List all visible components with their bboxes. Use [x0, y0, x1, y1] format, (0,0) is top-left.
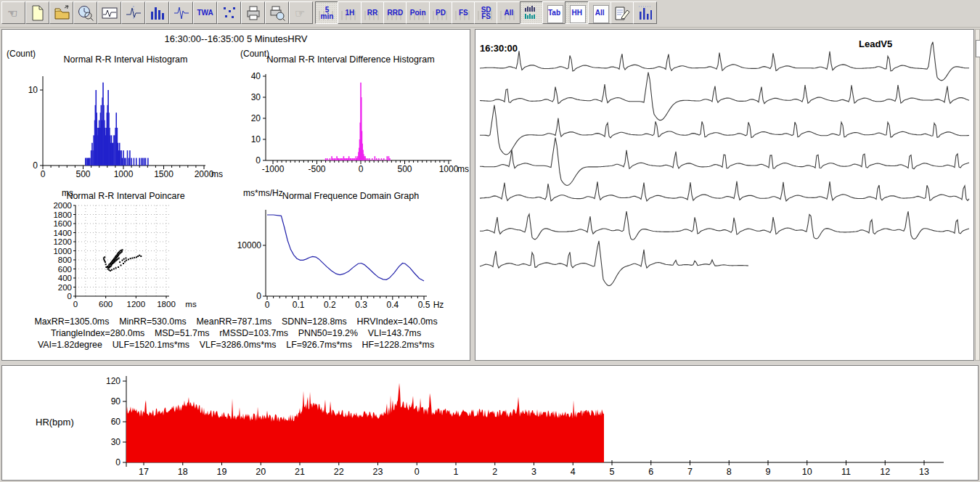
- toolbar-button-print-icon[interactable]: [241, 1, 265, 24]
- view-button-all[interactable]: All: [588, 1, 612, 24]
- svg-text:1800: 1800: [53, 211, 72, 219]
- toolbar-button-open-file-icon[interactable]: [49, 1, 73, 24]
- toolbar-button-beat-template-icon[interactable]: [121, 1, 145, 24]
- svg-text:ms: ms: [211, 169, 223, 179]
- svg-text:3: 3: [531, 467, 536, 477]
- svg-text:500: 500: [397, 164, 412, 174]
- hrv-application-window: ☜TWA☞5 min1HRRRRDPoinPDFSSD FSAllTabHHAl…: [0, 0, 980, 482]
- view-button-tab[interactable]: Tab: [542, 1, 566, 24]
- toolbar-button-clock-search-icon[interactable]: [73, 1, 97, 24]
- svg-text:0: 0: [115, 457, 121, 467]
- toolbar-button-new-file-icon[interactable]: [25, 1, 49, 24]
- button-label: PD: [436, 9, 446, 16]
- svg-text:600: 600: [58, 265, 72, 274]
- svg-text:22: 22: [334, 467, 344, 477]
- svg-text:21: 21: [295, 467, 305, 477]
- view-button-rr[interactable]: RR: [361, 1, 385, 24]
- new-file-icon: [29, 4, 46, 22]
- toolbar-button-twa[interactable]: TWA: [193, 1, 217, 24]
- svg-text:0: 0: [256, 155, 261, 166]
- svg-text:400: 400: [58, 274, 72, 282]
- svg-text:1: 1: [454, 467, 459, 477]
- svg-text:-500: -500: [308, 164, 325, 174]
- hrv-statistics: MaxRR=1305.0ms MinRR=530.0ms MeanRR=787.…: [2, 316, 470, 351]
- svg-text:0.5: 0.5: [418, 300, 430, 310]
- view-button-teal-histogram-icon[interactable]: [520, 1, 544, 24]
- view-button-report-edit-icon[interactable]: [611, 1, 634, 24]
- svg-text:0: 0: [33, 160, 38, 171]
- toolbar-button-qrs-wave-icon[interactable]: [169, 1, 193, 24]
- button-label: Poin: [410, 9, 426, 16]
- ecg-scrollbar-thumb[interactable]: [976, 40, 980, 57]
- svg-text:0.1: 0.1: [293, 300, 305, 310]
- hrv-header: 16:30:00--16:35:00 5 MinutesHRV: [2, 33, 470, 44]
- view-button-rrd[interactable]: RRD: [383, 1, 407, 24]
- svg-text:20: 20: [251, 113, 261, 123]
- rr-interval-difference-histogram-chart: -1000-50005001000ms010203040: [245, 70, 471, 192]
- rr-histogram-title: Normal R-R Interval Histogram: [42, 54, 209, 65]
- svg-text:30: 30: [251, 92, 261, 102]
- view-button-5min[interactable]: 5 min: [315, 1, 339, 24]
- qrs-wave-icon: [173, 4, 190, 22]
- svg-text:ms: ms: [457, 164, 469, 174]
- svg-text:120: 120: [106, 376, 121, 386]
- toolbar-button-select-hand-icon[interactable]: ☜: [1, 1, 25, 24]
- svg-text:1600: 1600: [53, 219, 72, 228]
- svg-text:4: 4: [571, 467, 576, 477]
- svg-text:11: 11: [841, 467, 851, 477]
- ecg-strip-icon: [101, 4, 118, 22]
- svg-text:5: 5: [610, 467, 615, 477]
- svg-text:23: 23: [373, 467, 383, 477]
- view-button-hh[interactable]: HH: [565, 1, 589, 24]
- svg-text:6: 6: [648, 467, 653, 477]
- toolbar-button-hand-disabled-icon[interactable]: ☞: [289, 1, 313, 24]
- button-label: FS: [459, 9, 468, 16]
- button-label: Tab: [548, 9, 560, 16]
- hand-disabled-icon: ☞: [293, 4, 310, 22]
- svg-text:600: 600: [99, 300, 113, 309]
- svg-text:1500: 1500: [154, 169, 173, 179]
- svg-text:17: 17: [139, 467, 149, 477]
- hrv-analysis-panel: 16:30:00--16:35:00 5 MinutesHRV (Count) …: [1, 29, 470, 361]
- button-label: HH: [572, 9, 582, 16]
- svg-text:0: 0: [265, 300, 270, 310]
- view-button-fs[interactable]: FS: [452, 1, 475, 24]
- svg-text:10: 10: [802, 467, 812, 477]
- histogram-icon: [149, 4, 166, 22]
- view-button-trend-bars-icon[interactable]: [633, 1, 657, 24]
- toolbar-button-ecg-strip-icon[interactable]: [97, 1, 121, 24]
- svg-text:0: 0: [415, 467, 420, 477]
- view-button-all[interactable]: All: [497, 1, 520, 24]
- svg-text:0: 0: [41, 169, 46, 179]
- teal-histogram-icon: [523, 4, 540, 22]
- button-label: RR: [367, 9, 377, 16]
- ecg-scrollbar[interactable]: [975, 29, 980, 361]
- ecg-waveform-panel: 16:30:00 LeadV5: [475, 29, 974, 361]
- button-label: All: [505, 9, 514, 16]
- view-button-1h[interactable]: 1H: [338, 1, 362, 24]
- button-label: RRD: [388, 9, 404, 16]
- button-label: 5 min: [321, 7, 334, 20]
- stats-row-3: VAI=1.82degree ULF=1520.1ms*ms VLF=3286.…: [2, 339, 470, 351]
- svg-text:Hz: Hz: [433, 300, 444, 310]
- toolbar-button-histogram-icon[interactable]: [145, 1, 169, 24]
- svg-text:200: 200: [58, 283, 72, 292]
- toolbar-button-poincare-icon[interactable]: [217, 1, 241, 24]
- poincare-title: Normal R-R Interval Poincare: [42, 191, 209, 201]
- button-label: TWA: [197, 9, 213, 16]
- hr-trend-chart: 0306090120171819202122230123456789101112…: [2, 366, 978, 480]
- svg-text:90: 90: [111, 396, 121, 407]
- button-label: 1H: [345, 9, 354, 16]
- rr-diff-histogram-title: Normal R-R Interval Difference Histogram: [256, 54, 445, 65]
- view-button-pd[interactable]: PD: [429, 1, 453, 24]
- button-label: All: [595, 9, 605, 16]
- print-preview-icon: [269, 4, 286, 22]
- svg-text:30: 30: [111, 437, 121, 447]
- toolbar-button-print-preview-icon[interactable]: [265, 1, 289, 24]
- view-button-sdfs[interactable]: SD FS: [474, 1, 498, 24]
- view-button-poin[interactable]: Poin: [406, 1, 430, 24]
- svg-text:10: 10: [28, 85, 38, 95]
- svg-text:1000: 1000: [114, 169, 134, 179]
- svg-text:1000: 1000: [439, 164, 459, 174]
- rr-histogram-ylabel: (Count): [7, 49, 36, 59]
